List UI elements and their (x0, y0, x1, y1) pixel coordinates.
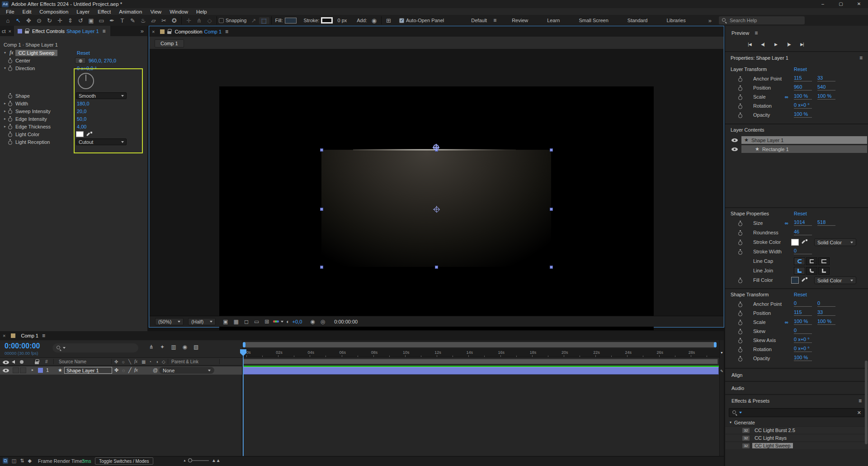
layer-contents-item[interactable]: ★Shape Layer 1 (725, 136, 868, 144)
zoom-tool[interactable]: ⊙ (34, 17, 44, 24)
stopwatch-icon[interactable] (738, 347, 743, 352)
current-time-display[interactable]: 0:00:00:00 (5, 342, 40, 350)
parent-dropdown[interactable]: None (159, 367, 214, 374)
layer-label-color[interactable] (38, 368, 43, 373)
solo-column-icon[interactable] (20, 360, 24, 364)
audio-cell[interactable] (13, 367, 19, 373)
cap-button-1[interactable] (794, 257, 805, 265)
viewer-timecode[interactable]: 0:00:00:00 (334, 319, 358, 324)
puppet-pin-tool[interactable]: ✪ (169, 17, 179, 24)
stopwatch-icon[interactable] (8, 66, 13, 71)
stopwatch-icon[interactable] (8, 139, 13, 145)
stopwatch-icon[interactable] (738, 329, 743, 334)
stroke-label[interactable]: Stroke: (304, 18, 320, 23)
timeline-tab-label[interactable]: Comp 1 (21, 333, 38, 338)
camera-tool[interactable]: ▣ (86, 17, 96, 24)
clear-search-icon[interactable]: ✕ (857, 410, 861, 416)
view-axis-icon[interactable]: ◇ (204, 17, 215, 24)
tab-close-icon[interactable]: × (149, 29, 157, 34)
threed-switch-icon[interactable]: ◇ (162, 359, 165, 364)
tab-close-icon[interactable]: × (6, 29, 14, 34)
panel-menu-icon[interactable]: ≡ (42, 333, 45, 339)
audio-column-icon[interactable] (12, 360, 15, 364)
composition-flowchart-icon[interactable]: ⋔ (149, 344, 154, 350)
stopwatch-icon[interactable] (8, 58, 13, 63)
menu-help[interactable]: Help (192, 9, 211, 14)
stopwatch-icon[interactable] (738, 230, 743, 236)
effect-name[interactable]: CC Light Sweep (15, 50, 58, 56)
property-value[interactable]: 100 % (794, 354, 812, 361)
workspace-standard[interactable]: Standard (627, 18, 648, 23)
quality-switch-icon[interactable]: ╲ (128, 359, 131, 364)
color-swatch[interactable] (76, 131, 84, 137)
expander-icon[interactable]: ▸ (2, 124, 8, 128)
workspace-default[interactable]: Default (471, 18, 487, 23)
frame-blend-switch-icon[interactable]: ▦ (142, 359, 146, 364)
selection-handle[interactable] (320, 266, 323, 269)
align-title[interactable]: Align (731, 372, 742, 378)
time-ruler[interactable]: 00s02s04s06s08s10s12s14s16s18s20s22s24s2… (242, 349, 719, 357)
source-name-column-header[interactable]: Source Name (59, 359, 86, 364)
property-value[interactable]: 100 % (794, 111, 812, 118)
color-swatch[interactable] (791, 277, 799, 284)
property-dropdown[interactable]: Cutout (76, 138, 127, 145)
fit-icon[interactable]: ▣ (223, 319, 228, 325)
composition-frame[interactable] (219, 86, 654, 330)
guides-icon[interactable]: ⊞ (264, 319, 269, 325)
property-value[interactable]: 50,0 (77, 116, 86, 122)
fx-switch[interactable]: fx (134, 367, 138, 372)
motion-blur-switch-icon[interactable]: ◔ (149, 359, 151, 364)
next-frame-button[interactable]: |▶ (784, 41, 793, 48)
composition-viewer[interactable] (150, 49, 723, 316)
auto-open-checkbox[interactable] (399, 18, 404, 23)
magnification-dropdown[interactable]: (50%) (155, 318, 184, 325)
orbit-camera-tool[interactable]: ↻ (44, 17, 55, 24)
selection-tool[interactable]: ↖ (13, 17, 24, 24)
audio-title[interactable]: Audio (731, 385, 744, 391)
menu-layer[interactable]: Layer (72, 9, 94, 14)
eraser-tool[interactable]: ▱ (148, 17, 159, 24)
stopwatch-icon[interactable] (738, 76, 743, 82)
add-menu-icon[interactable]: ◉ (369, 17, 379, 24)
zoom-out-mountain-icon[interactable]: ▲ (183, 459, 186, 462)
property-value[interactable]: 100 % (794, 318, 812, 325)
stopwatch-icon[interactable] (738, 249, 743, 255)
fill-label[interactable]: Fill: (275, 18, 283, 23)
stroke-swatch[interactable] (321, 17, 333, 24)
effect-point-handle[interactable] (433, 144, 439, 150)
stopwatch-icon[interactable] (8, 132, 13, 137)
preview-menu-icon[interactable]: ≡ (755, 30, 758, 36)
effect-list-item[interactable]: 32CC Light Sweep (725, 442, 868, 449)
properties-menu-icon[interactable]: ≡ (859, 55, 863, 61)
property-value[interactable]: 0 x+0,0 ° (77, 66, 97, 71)
rectangle-tool[interactable]: ▭ (96, 17, 107, 24)
maximize-button[interactable]: ▢ (832, 0, 850, 8)
layer-contents-item[interactable]: ★Rectangle 1 (725, 145, 868, 153)
menu-file[interactable]: File (2, 9, 19, 14)
anchor-point-handle[interactable] (433, 206, 439, 212)
menu-effect[interactable]: Effect (94, 9, 115, 14)
stopwatch-icon[interactable] (8, 116, 13, 122)
tab-close-icon[interactable]: × (0, 333, 8, 338)
timeline-zoom-control[interactable]: ▲ ▲▲ (183, 458, 221, 463)
minimize-button[interactable]: – (814, 0, 832, 8)
stopwatch-icon[interactable] (738, 95, 743, 100)
stopwatch-icon[interactable] (738, 311, 743, 316)
property-value[interactable]: 180,0 (77, 101, 90, 106)
menu-view[interactable]: View (146, 9, 165, 14)
selection-handle[interactable] (320, 148, 323, 152)
workspace-learn[interactable]: Learn (547, 18, 560, 23)
content-item-chip[interactable]: ★Rectangle 1 (741, 145, 867, 153)
quality-switch[interactable]: ╱ (128, 367, 132, 373)
property-value[interactable]: 115 (794, 75, 812, 81)
property-value[interactable]: 33 (817, 309, 835, 316)
layer-duration-bar[interactable] (243, 367, 719, 375)
type-tool[interactable]: T (117, 17, 127, 24)
partial-tab-project[interactable]: ct (0, 29, 6, 34)
workspace-overflow-icon[interactable]: » (708, 17, 712, 24)
effects-search-box[interactable]: ✕ (729, 408, 864, 417)
expander-icon[interactable]: ▸ (32, 368, 33, 372)
visibility-icon[interactable] (731, 147, 738, 152)
snap-bounds-icon[interactable]: ⬚ (259, 17, 269, 24)
live-update-icon[interactable]: ⧉ (3, 458, 8, 464)
